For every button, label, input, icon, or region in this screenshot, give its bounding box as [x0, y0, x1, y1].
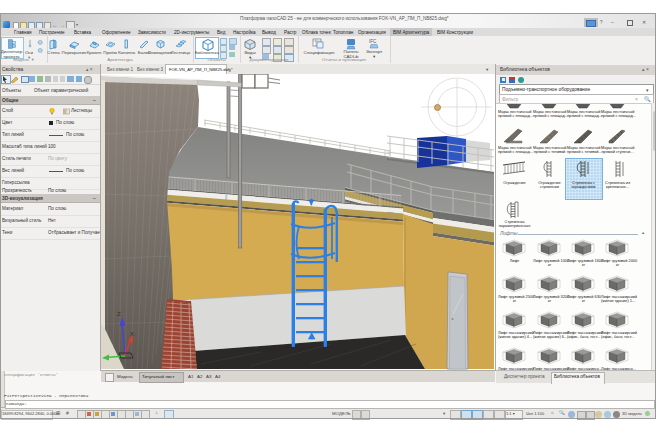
svg-text:Z: Z [117, 311, 121, 317]
svg-text:IFC: IFC [369, 39, 377, 44]
svg-text:X: X [130, 331, 134, 337]
